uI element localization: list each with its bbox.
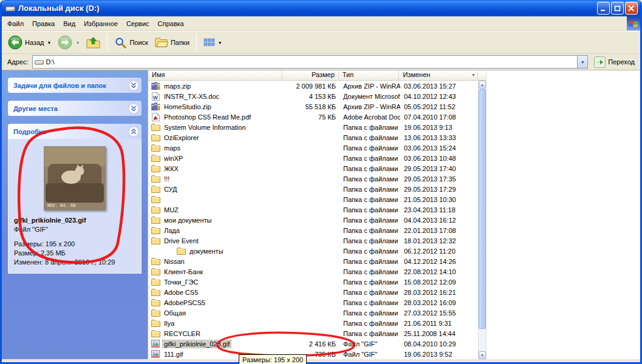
folder-icon bbox=[151, 195, 160, 204]
file-type: Папка с файлами bbox=[340, 289, 400, 296]
file-name: AdobePSCS5 bbox=[163, 299, 207, 306]
vertical-scrollbar[interactable]: ▲ ▼ bbox=[478, 81, 486, 359]
menu-file[interactable]: Файл bbox=[2, 16, 28, 30]
table-row[interactable]: OziExplorerПапка с файлами13.06.2013 13:… bbox=[148, 132, 478, 143]
table-row[interactable]: Adobe CS5Папка с файлами28.03.2012 16:21 bbox=[148, 287, 478, 297]
table-row[interactable]: MUZПапка с файлами23.04.2013 11:18 bbox=[148, 204, 478, 215]
file-modified: 06.12.2012 11:20 bbox=[400, 248, 478, 255]
table-row[interactable]: !!!Папка с файлами29.05.2013 17:35 bbox=[148, 174, 478, 184]
file-type: Папка с файлами bbox=[340, 206, 400, 214]
file-name: документы bbox=[188, 248, 225, 255]
table-row[interactable]: mapsПапка с файлами03.06.2013 15:24 bbox=[148, 143, 478, 153]
forward-icon bbox=[58, 35, 72, 50]
table-row[interactable]: Клиент-БанкПапка с файлами22.08.2012 14:… bbox=[148, 266, 478, 277]
file-modified: 28.03.2012 16:21 bbox=[400, 289, 478, 296]
preview-thumbnail: NOV. 04. 08 bbox=[44, 146, 106, 211]
file-modified: 21.05.2013 10:30 bbox=[400, 196, 478, 203]
address-dropdown-icon[interactable]: ▼ bbox=[577, 56, 587, 68]
menu-edit[interactable]: Правка bbox=[28, 16, 59, 30]
folders-button[interactable]: Папки bbox=[152, 35, 192, 50]
table-row[interactable]: winXPПапка с файлами03.06.2013 10:48 bbox=[148, 153, 478, 163]
menu-help[interactable]: Справка bbox=[154, 16, 188, 30]
column-header-modified[interactable]: Изменен▼ bbox=[399, 70, 478, 81]
address-bar: Адрес: D:\ ▼ Переход bbox=[2, 54, 640, 70]
table-row[interactable]: ЖКХПапка с файлами29.05.2013 17:40 bbox=[148, 163, 478, 174]
address-input[interactable]: D:\ ▼ bbox=[32, 55, 589, 69]
file-name: Nissan bbox=[163, 258, 186, 265]
file-type: Папка с файлами bbox=[340, 299, 400, 306]
table-row[interactable]: Точки_ГЭСПапка с файлами15.08.2012 12:09 bbox=[148, 277, 478, 287]
file-name: Точки_ГЭС bbox=[163, 278, 199, 286]
up-button[interactable] bbox=[84, 35, 103, 51]
table-row[interactable]: NissanПапка с файлами04.12.2012 14:26 bbox=[148, 256, 478, 266]
views-dropdown-icon[interactable]: ▼ bbox=[218, 41, 222, 45]
chevron-down-icon[interactable] bbox=[128, 103, 139, 114]
close-button[interactable] bbox=[625, 2, 638, 15]
file-type: Файл "GIF" bbox=[340, 351, 400, 358]
search-button[interactable]: Поиск bbox=[112, 35, 150, 51]
file-name: System Volume Information bbox=[163, 124, 247, 131]
file-modified: 22.01.2013 17:08 bbox=[400, 227, 478, 234]
menu-favorites[interactable]: Избранное bbox=[80, 16, 122, 30]
table-row[interactable]: ОбщаяПапка с файлами27.03.2012 15:55 bbox=[148, 308, 478, 318]
chevron-down-icon[interactable] bbox=[128, 80, 139, 91]
menu-view[interactable]: Вид bbox=[59, 16, 80, 30]
file-list-body: maps.zip2 009 981 КБАрхив ZIP - WinRAR03… bbox=[148, 81, 478, 359]
views-button[interactable]: ▼ bbox=[201, 36, 225, 50]
folder-icon bbox=[151, 288, 160, 297]
drive-icon bbox=[5, 4, 15, 13]
file-name: Лада bbox=[163, 227, 181, 234]
table-row[interactable]: AdobePSCS5Папка с файлами28.03.2012 16:0… bbox=[148, 297, 478, 308]
panel-file-tasks-header[interactable]: Задачи для файлов и папок bbox=[8, 78, 142, 93]
go-button[interactable]: Переход bbox=[592, 55, 637, 69]
chevron-up-icon[interactable] bbox=[128, 126, 139, 137]
file-modified: 04.12.2012 14:26 bbox=[400, 258, 478, 265]
column-header-size[interactable]: Размер bbox=[282, 70, 339, 81]
panel-details-header[interactable]: Подробно bbox=[8, 124, 142, 139]
file-modified: 03.06.2013 15:27 bbox=[400, 83, 478, 90]
window-title: Локальный диск (D:) bbox=[18, 4, 594, 13]
folder-icon bbox=[151, 123, 160, 132]
table-row[interactable]: maps.zip2 009 981 КБАрхив ZIP - WinRAR03… bbox=[148, 81, 478, 91]
table-row[interactable]: IlyaПапка с файлами21.06.2011 9:31 bbox=[148, 318, 478, 328]
folder-icon bbox=[151, 143, 160, 152]
back-button[interactable]: Назад ▼ bbox=[5, 33, 53, 52]
table-row[interactable]: мои документыПапка с файлами04.04.2013 1… bbox=[148, 215, 478, 225]
table-row[interactable]: Photoshop CS5 Read Me.pdf75 КБAdobe Acro… bbox=[148, 112, 478, 122]
table-row[interactable]: Папка с файлами21.05.2013 10:30 bbox=[148, 194, 478, 204]
table-row[interactable]: 111.gif735 КБФайл "GIF"19.06.2013 9:52 bbox=[148, 349, 478, 359]
column-header-name[interactable]: Имя bbox=[148, 70, 282, 81]
title-bar: Локальный диск (D:) bbox=[2, 0, 640, 16]
folder-icon bbox=[151, 267, 160, 276]
task-pane-sidebar: Задачи для файлов и папок Другие места П… bbox=[2, 70, 148, 359]
minimize-button[interactable] bbox=[597, 2, 610, 15]
maximize-button[interactable] bbox=[611, 2, 624, 15]
file-type: Папка с файлами bbox=[340, 155, 400, 162]
scroll-down-icon[interactable]: ▼ bbox=[479, 351, 486, 359]
folder-icon bbox=[151, 133, 160, 142]
table-row[interactable]: HomeStudio.zip55 518 КБАрхив ZIP - WinRA… bbox=[148, 101, 478, 112]
table-row[interactable]: System Volume InformationПапка с файлами… bbox=[148, 122, 478, 132]
table-row[interactable]: WINSTR_TX-X5.doc4 153 КБДокумент Microso… bbox=[148, 91, 478, 101]
forward-button[interactable]: ▼ bbox=[55, 33, 82, 52]
drive-icon bbox=[35, 58, 44, 66]
back-dropdown-icon[interactable]: ▼ bbox=[47, 41, 52, 45]
table-row[interactable]: СУДПапка с файлами29.05.2013 17:29 bbox=[148, 184, 478, 194]
column-header-type[interactable]: Тип bbox=[339, 70, 400, 81]
table-row[interactable]: Drive EventПапка с файлами18.01.2013 12:… bbox=[148, 235, 478, 246]
menu-tools[interactable]: Сервис bbox=[122, 16, 154, 30]
file-size: 55 518 КБ bbox=[283, 103, 340, 110]
file-size: 2 009 981 КБ bbox=[283, 83, 340, 90]
table-row[interactable]: gifki_prikiolnie_023.gif2 416 КБФайл "GI… bbox=[148, 339, 478, 349]
word-icon: W bbox=[151, 92, 160, 101]
file-type: Папка с файлами bbox=[340, 309, 400, 317]
table-row[interactable]: документыПапка с файлами06.12.2012 11:20 bbox=[148, 246, 478, 256]
scroll-up-icon[interactable]: ▲ bbox=[479, 81, 486, 89]
file-modified: 18.01.2013 12:32 bbox=[400, 237, 478, 244]
table-row[interactable]: RECYCLERПапка с файлами25.11.2008 14:44 bbox=[148, 328, 478, 339]
table-row[interactable]: ЛадаПапка с файлами22.01.2013 17:08 bbox=[148, 225, 478, 235]
windows-logo-icon bbox=[627, 16, 640, 30]
sort-dropdown-icon[interactable]: ▼ bbox=[471, 73, 476, 77]
panel-other-places-header[interactable]: Другие места bbox=[8, 101, 142, 116]
scrollbar-thumb[interactable] bbox=[479, 89, 486, 329]
